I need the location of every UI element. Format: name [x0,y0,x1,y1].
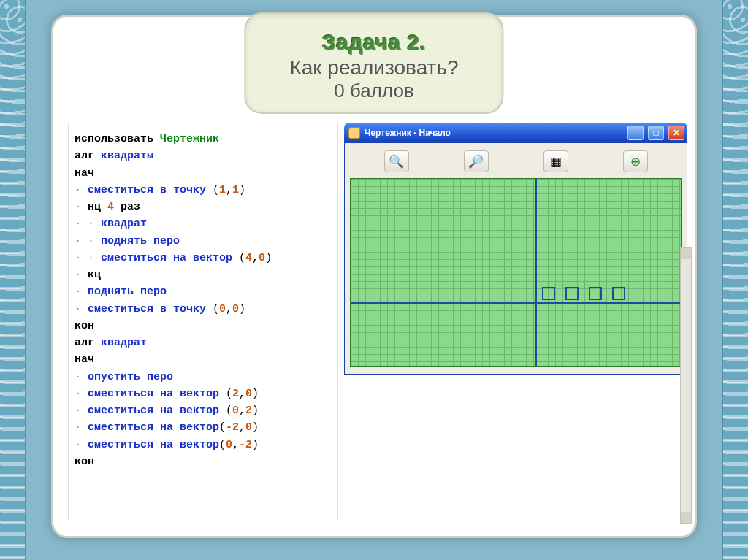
code-line: · нц 4 раз [75,199,332,215]
code-line: кон [75,318,332,334]
slide-score: 0 баллов [289,80,458,102]
window-title-text: Чертежник - Начало [365,128,451,138]
code-line: · сместиться на вектор (0,2) [75,402,332,419]
x-axis [351,302,681,304]
globe-icon: ⊕ [630,154,641,169]
drawn-squares [542,287,625,300]
code-line: · · квадрат [75,215,332,232]
code-pane: использовать Чертежникалг квадратынач· с… [68,123,338,521]
code-line: нач [75,165,332,182]
drawer-window: Чертежник - Начало _ □ ✕ 🔍 🔎 [344,123,687,375]
square-shape [589,287,602,300]
code-line: · · поднять перо [75,233,332,250]
slide-title: Задача 2. [289,30,458,55]
drawer-panel: Чертежник - Начало _ □ ✕ 🔍 🔎 [344,123,680,521]
code-line: · поднять перо [75,283,332,300]
code-line: · сместиться на вектор(-2,0) [75,419,332,436]
zoom-out-icon: 🔎 [468,154,484,169]
app-icon [348,127,360,139]
drawing-canvas[interactable] [350,178,682,367]
grid-button[interactable]: ▦ [543,150,568,172]
grid-icon: ▦ [550,154,562,169]
code-line: использовать Чертежник [75,131,332,147]
content-area: использовать Чертежникалг квадратынач· с… [68,123,680,521]
slide-frame: Задача 2. Как реализовать? 0 баллов испо… [51,15,697,538]
y-axis [535,179,537,366]
close-button[interactable]: ✕ [668,126,684,140]
decorative-stripe-left [0,0,26,560]
code-line: · · сместиться на вектор (4,0) [75,250,332,266]
code-line: · сместиться в точку (1,1) [75,182,332,199]
zoom-out-button[interactable]: 🔎 [464,150,489,172]
square-shape [612,287,625,300]
minimize-button[interactable]: _ [627,126,644,140]
code-line: · сместиться на вектор(0,-2) [75,437,332,453]
drawer-toolbar: 🔍 🔎 ▦ ⊕ [349,147,682,178]
zoom-in-icon: 🔍 [389,154,404,169]
code-line: кон [75,453,332,470]
zoom-fit-button[interactable]: ⊕ [623,150,648,172]
decorative-stripe-right [722,0,748,560]
square-shape [542,287,555,300]
code-line: нач [75,351,332,368]
slide-subtitle: Как реализовать? [289,56,458,80]
window-body: 🔍 🔎 ▦ ⊕ [344,143,687,375]
code-line: · кц [75,266,332,283]
code-line: · опустить перо [75,369,332,386]
maximize-button[interactable]: □ [648,126,664,140]
vertical-scrollbar[interactable] [680,247,692,524]
square-shape [565,287,579,300]
title-plate: Задача 2. Как реализовать? 0 баллов [244,12,503,114]
code-line: алг квадрат [75,334,332,351]
window-titlebar[interactable]: Чертежник - Начало _ □ ✕ [344,123,687,143]
zoom-in-button[interactable]: 🔍 [384,150,409,172]
code-line: · сместиться в точку (0,0) [75,301,332,318]
code-line: · сместиться на вектор (2,0) [75,386,332,402]
code-line: алг квадраты [75,147,332,164]
